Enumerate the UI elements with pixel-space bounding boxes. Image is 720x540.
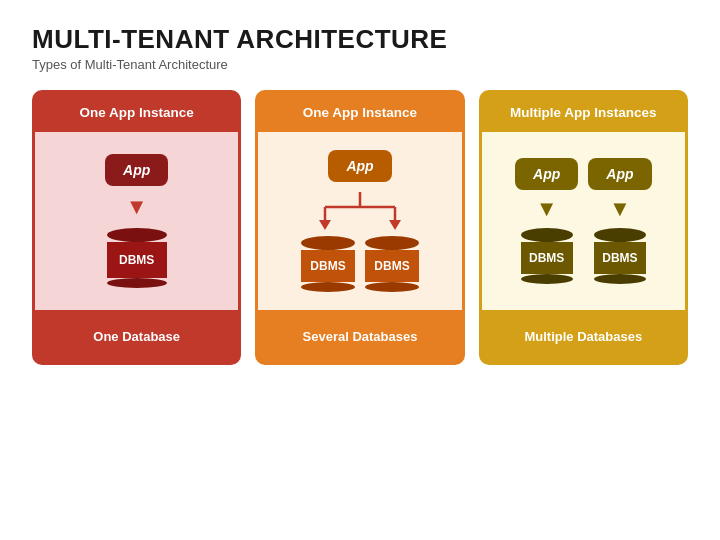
cyl-body-1: DBMS [107,242,167,278]
cyl-top-3a [521,228,573,242]
card-3-header: Multiple App Instances [482,93,685,132]
cyl-bottom-2b [365,282,419,292]
card-multiple-databases: Multiple App Instances App ▼ DBMS [479,90,688,365]
cyl-bottom-2a [301,282,355,292]
main-title: MULTI-TENANT ARCHITECTURE [32,24,688,55]
app-col-1: App ▼ DBMS [515,158,578,284]
cyl-top-1 [107,228,167,242]
card-several-databases: One App Instance App [255,90,464,365]
tree-svg [305,192,415,222]
svg-marker-5 [389,220,401,230]
cards-container: One App Instance App ▼ DBMS One Database… [32,90,688,365]
app-label-2: App [346,158,373,174]
cyl-body-2b: DBMS [365,250,419,282]
svg-marker-4 [319,220,331,230]
dbms-row-2: DBMS DBMS [301,236,419,292]
card-2-footer: Several Databases [258,310,461,362]
card-3-footer: Multiple Databases [482,310,685,362]
card-2-body: App [258,132,461,310]
cyl-bottom-3a [521,274,573,284]
tree-connector [268,192,451,222]
two-apps-row: App ▼ DBMS Ap [515,158,651,284]
subtitle: Types of Multi-Tenant Architecture [32,57,688,72]
cyl-bottom-1 [107,278,167,288]
arrow-3b: ▼ [609,198,631,220]
cyl-top-2a [301,236,355,250]
cyl-body-3a: DBMS [521,242,573,274]
dbms-label-3b: DBMS [602,251,637,265]
dbms-cylinder-1: DBMS [107,228,167,288]
card-2-header: One App Instance [258,93,461,132]
dbms-label-2b: DBMS [374,259,409,273]
dbms-cylinder-3a: DBMS [521,228,573,284]
app-label-3a: App [533,166,560,182]
dbms-cylinder-2a: DBMS [301,236,355,292]
arrow-1: ▼ [126,196,148,218]
app-label-1: App [123,162,150,178]
cyl-body-3b: DBMS [594,242,646,274]
cyl-body-2a: DBMS [301,250,355,282]
cyl-top-3b [594,228,646,242]
app-box-2: App [328,150,391,182]
app-box-3b: App [588,158,651,190]
dbms-label-3a: DBMS [529,251,564,265]
cyl-bottom-3b [594,274,646,284]
arrow-3a: ▼ [536,198,558,220]
dbms-cylinder-3b: DBMS [594,228,646,284]
dbms-label-2a: DBMS [310,259,345,273]
card-one-database: One App Instance App ▼ DBMS One Database [32,90,241,365]
page: MULTI-TENANT ARCHITECTURE Types of Multi… [0,0,720,540]
dbms-label-1: DBMS [119,253,154,267]
card-3-body: App ▼ DBMS Ap [482,132,685,310]
app-col-2: App ▼ DBMS [588,158,651,284]
app-box-1: App [105,154,168,186]
dbms-cylinder-2b: DBMS [365,236,419,292]
app-label-3b: App [606,166,633,182]
card-1-body: App ▼ DBMS [35,132,238,310]
cyl-top-2b [365,236,419,250]
card-1-header: One App Instance [35,93,238,132]
card-1-footer: One Database [35,310,238,362]
app-box-3a: App [515,158,578,190]
